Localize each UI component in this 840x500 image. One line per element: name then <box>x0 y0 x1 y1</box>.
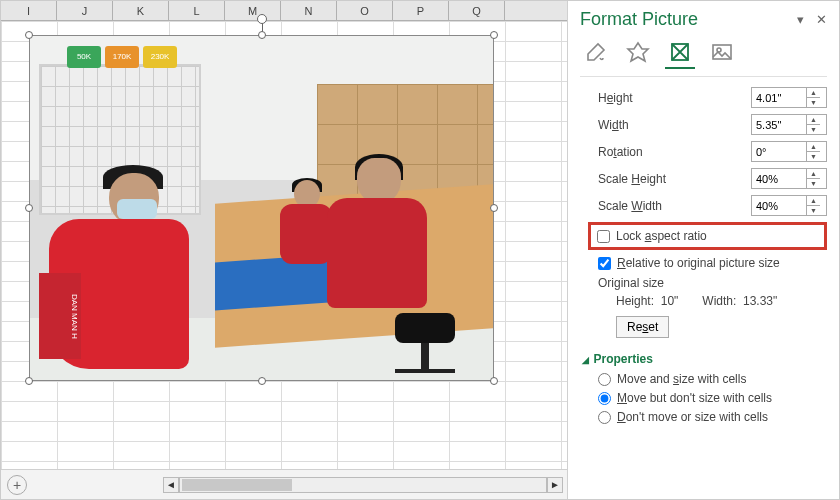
svg-marker-0 <box>628 43 648 61</box>
move-size-radio[interactable] <box>598 373 611 386</box>
relative-size-checkbox[interactable] <box>598 257 611 270</box>
panel-close-icon[interactable]: ✕ <box>816 12 827 27</box>
resize-handle[interactable] <box>490 377 498 385</box>
resize-handle[interactable] <box>490 204 498 212</box>
col-header[interactable]: J <box>57 1 113 20</box>
horizontal-scrollbar[interactable]: ◄ ► <box>163 477 563 493</box>
selected-picture[interactable]: 50K 170K 230K DAN MAN H <box>29 35 494 381</box>
col-header[interactable]: L <box>169 1 225 20</box>
width-input[interactable]: ▲▼ <box>751 114 827 135</box>
scroll-right-arrow[interactable]: ► <box>547 477 563 493</box>
spinner-up[interactable]: ▲ <box>807 88 820 98</box>
price-sign: 50K <box>67 46 101 68</box>
panel-tabs <box>584 40 827 64</box>
col-header[interactable]: K <box>113 1 169 20</box>
spinner-down[interactable]: ▼ <box>807 179 820 188</box>
move-size-label: Move and size with cells <box>617 372 746 386</box>
resize-handle[interactable] <box>25 204 33 212</box>
reset-button[interactable]: Reset <box>616 316 669 338</box>
scale-height-input[interactable]: ▲▼ <box>751 168 827 189</box>
rotate-handle[interactable] <box>257 14 267 24</box>
scale-width-field[interactable] <box>752 196 806 215</box>
price-sign: 230K <box>143 46 177 68</box>
col-header[interactable]: O <box>337 1 393 20</box>
original-size-values: Height: 10" Width: 13.33" <box>616 294 827 308</box>
resize-handle[interactable] <box>258 377 266 385</box>
panel-dropdown-icon[interactable]: ▾ <box>797 12 804 27</box>
col-header[interactable]: I <box>1 1 57 20</box>
spinner-down[interactable]: ▼ <box>807 125 820 134</box>
spinner-down[interactable]: ▼ <box>807 152 820 161</box>
col-header[interactable]: Q <box>449 1 505 20</box>
relative-size-label: Relative to original picture size <box>617 256 780 270</box>
scroll-thumb[interactable] <box>182 479 292 491</box>
lock-aspect-label: Lock aspect ratio <box>616 229 707 243</box>
size-tab-icon[interactable] <box>668 40 692 64</box>
rotation-input[interactable]: ▲▼ <box>751 141 827 162</box>
resize-handle[interactable] <box>25 377 33 385</box>
move-only-label: Move but don't size with cells <box>617 391 772 405</box>
sheet-bar: + ◄ ► <box>1 469 569 499</box>
price-sign: 170K <box>105 46 139 68</box>
scale-height-label: Scale Height <box>598 172 751 186</box>
resize-handle[interactable] <box>490 31 498 39</box>
dont-move-label: Don't move or size with cells <box>617 410 768 424</box>
spinner-up[interactable]: ▲ <box>807 169 820 179</box>
resize-handle[interactable] <box>258 31 266 39</box>
scale-width-input[interactable]: ▲▼ <box>751 195 827 216</box>
lock-aspect-checkbox[interactable] <box>597 230 610 243</box>
effects-tab-icon[interactable] <box>626 40 650 64</box>
dont-move-radio[interactable] <box>598 411 611 424</box>
spinner-down[interactable]: ▼ <box>807 98 820 107</box>
width-field[interactable] <box>752 115 806 134</box>
lock-aspect-highlight: Lock aspect ratio <box>588 222 827 250</box>
height-label: Height <box>598 91 751 105</box>
width-label: Width <box>598 118 751 132</box>
fill-tab-icon[interactable] <box>584 40 608 64</box>
column-headers: I J K L M N O P Q <box>1 1 569 21</box>
spinner-up[interactable]: ▲ <box>807 196 820 206</box>
spinner-up[interactable]: ▲ <box>807 115 820 125</box>
height-field[interactable] <box>752 88 806 107</box>
spinner-up[interactable]: ▲ <box>807 142 820 152</box>
height-input[interactable]: ▲▼ <box>751 87 827 108</box>
format-picture-panel: Format Picture ▾ ✕ Height ▲▼ Width ▲▼ <box>567 1 839 500</box>
scale-width-label: Scale Width <box>598 199 751 213</box>
spinner-down[interactable]: ▼ <box>807 206 820 215</box>
resize-handle[interactable] <box>25 31 33 39</box>
picture-content: 50K 170K 230K DAN MAN H <box>30 36 493 380</box>
scroll-track[interactable] <box>179 477 547 493</box>
col-header[interactable]: M <box>225 1 281 20</box>
properties-section-header[interactable]: Properties <box>582 352 827 366</box>
rotation-label: Rotation <box>598 145 751 159</box>
rotation-field[interactable] <box>752 142 806 161</box>
scroll-left-arrow[interactable]: ◄ <box>163 477 179 493</box>
add-sheet-button[interactable]: + <box>7 475 27 495</box>
col-header[interactable]: N <box>281 1 337 20</box>
original-size-label: Original size <box>598 276 827 290</box>
spreadsheet-area: I J K L M N O P Q 50K 170K 230K DAN MAN <box>1 1 569 471</box>
scale-height-field[interactable] <box>752 169 806 188</box>
col-header[interactable]: P <box>393 1 449 20</box>
move-only-radio[interactable] <box>598 392 611 405</box>
banner-text: DAN MAN H <box>39 273 81 359</box>
picture-tab-icon[interactable] <box>710 40 734 64</box>
panel-title: Format Picture <box>580 9 797 30</box>
